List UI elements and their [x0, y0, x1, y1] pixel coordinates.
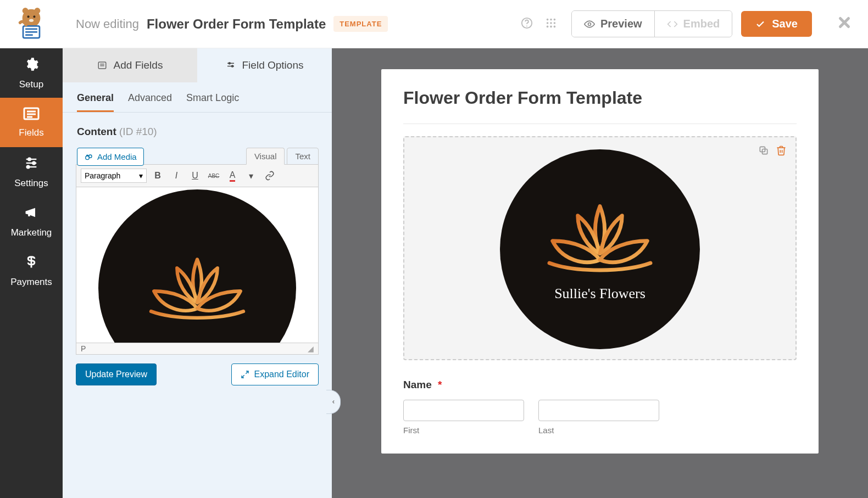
svg-point-5 [29, 19, 34, 21]
italic-button[interactable]: I [169, 168, 184, 183]
paragraph-style-select[interactable]: Paragraph ▾ [81, 169, 147, 183]
preview-form-title: Flower Order Form Template [403, 88, 797, 124]
svg-line-42 [242, 375, 244, 378]
close-button[interactable] [836, 13, 853, 36]
sidebar-item-settings[interactable]: Settings [0, 147, 63, 197]
form-icon [97, 60, 107, 70]
svg-point-17 [554, 22, 556, 24]
delete-field-button[interactable] [776, 145, 787, 158]
expand-icon [241, 370, 249, 379]
logo-text: Sullie's Flowers [554, 286, 646, 302]
svg-point-29 [32, 161, 35, 164]
sidebar-item-label: Payments [10, 277, 52, 288]
first-name-sublabel: First [403, 426, 524, 435]
sliders-icon [24, 155, 39, 174]
sidebar-item-label: Fields [19, 127, 43, 138]
last-name-input[interactable] [538, 400, 659, 421]
svg-point-13 [550, 18, 552, 20]
trash-icon [776, 145, 787, 156]
embed-label: Embed [683, 18, 720, 30]
tab-label: Add Fields [114, 59, 163, 71]
underline-button[interactable]: U [187, 168, 203, 183]
svg-point-21 [588, 23, 591, 25]
svg-point-27 [28, 158, 31, 160]
svg-line-41 [246, 371, 249, 374]
chevron-down-icon: ▾ [139, 171, 143, 180]
duplicate-icon [758, 145, 769, 156]
resize-handle-icon[interactable]: ◢ [308, 344, 314, 353]
apps-grid-icon[interactable] [545, 17, 557, 31]
svg-point-31 [27, 165, 30, 168]
editor-tab-visual[interactable]: Visual [246, 148, 285, 165]
update-preview-button[interactable]: Update Preview [76, 363, 157, 385]
svg-point-14 [554, 18, 556, 20]
product-logo [0, 0, 63, 48]
sidebar-item-marketing[interactable]: Marketing [0, 197, 63, 246]
preview-logo-image: Sullie's Flowers [500, 149, 700, 349]
template-badge: TEMPLATE [333, 16, 388, 32]
style-select-value: Paragraph [85, 171, 120, 180]
sidebar-item-payments[interactable]: Payments [0, 246, 63, 295]
lotus-icon [140, 250, 255, 327]
svg-point-12 [547, 18, 549, 20]
sidebar-item-fields[interactable]: Fields [0, 98, 63, 147]
preview-button[interactable]: Preview [572, 11, 654, 37]
sidebar-item-setup[interactable]: Setup [0, 48, 63, 98]
svg-point-4 [33, 15, 35, 18]
svg-point-19 [550, 25, 552, 27]
help-icon[interactable] [521, 17, 533, 31]
selected-content-block[interactable]: Sullie's Flowers [403, 136, 797, 360]
tab-field-options[interactable]: Field Options [197, 48, 332, 82]
eye-icon [584, 19, 595, 30]
editor-canvas[interactable] [76, 187, 319, 343]
list-icon [23, 107, 40, 123]
preview-label: Preview [600, 18, 642, 30]
svg-point-3 [27, 15, 30, 18]
editor-tab-text[interactable]: Text [287, 148, 319, 165]
bold-button[interactable]: B [150, 168, 165, 183]
strikethrough-button[interactable]: ABC [206, 168, 221, 183]
check-icon [755, 19, 765, 29]
gear-icon [24, 57, 39, 75]
add-media-label: Add Media [97, 152, 137, 161]
form-title[interactable]: Flower Order Form Template [147, 16, 326, 32]
embed-button[interactable]: Embed [654, 11, 732, 37]
top-toolbar-icons [521, 17, 557, 31]
name-field-label: Name * [403, 379, 797, 391]
link-button[interactable] [262, 168, 277, 183]
preview-embed-group: Preview Embed [571, 10, 732, 37]
expand-editor-button[interactable]: Expand Editor [231, 363, 319, 385]
textcolor-button[interactable]: A [225, 168, 240, 183]
svg-point-16 [550, 22, 552, 24]
textcolor-dropdown[interactable]: ▾ [243, 168, 259, 183]
add-media-button[interactable]: Add Media [77, 148, 144, 166]
sidebar-item-label: Setup [19, 79, 43, 90]
tab-add-fields[interactable]: Add Fields [63, 48, 197, 82]
sidebar-item-label: Settings [14, 178, 48, 189]
subtab-advanced[interactable]: Advanced [128, 90, 172, 112]
logo-image [98, 189, 296, 343]
chevron-left-icon [331, 398, 336, 406]
svg-point-20 [554, 25, 556, 27]
field-options-panel: Add Fields Field Options General Advance… [63, 48, 332, 498]
close-icon [836, 14, 853, 31]
first-name-input[interactable] [403, 400, 524, 421]
editor-status-bar: P ◢ [76, 343, 319, 355]
code-icon [667, 19, 678, 30]
save-button[interactable]: Save [741, 11, 812, 37]
save-label: Save [772, 18, 798, 30]
tab-label: Field Options [242, 59, 304, 71]
lotus-icon [537, 197, 663, 279]
builder-sidebar: Setup Fields Settings Marketing Payments [0, 48, 63, 498]
link-icon [265, 171, 275, 181]
media-icon [84, 153, 93, 161]
subtab-smart-logic[interactable]: Smart Logic [186, 90, 239, 112]
form-preview-card: Flower Order Form Template [381, 69, 819, 454]
wpforms-logo-icon [13, 5, 50, 43]
now-editing-label: Now editing [76, 17, 139, 31]
duplicate-field-button[interactable] [758, 145, 769, 158]
svg-point-18 [547, 25, 549, 27]
expand-editor-label: Expand Editor [254, 370, 309, 379]
subtab-general[interactable]: General [77, 90, 114, 112]
sidebar-item-label: Marketing [11, 227, 52, 238]
